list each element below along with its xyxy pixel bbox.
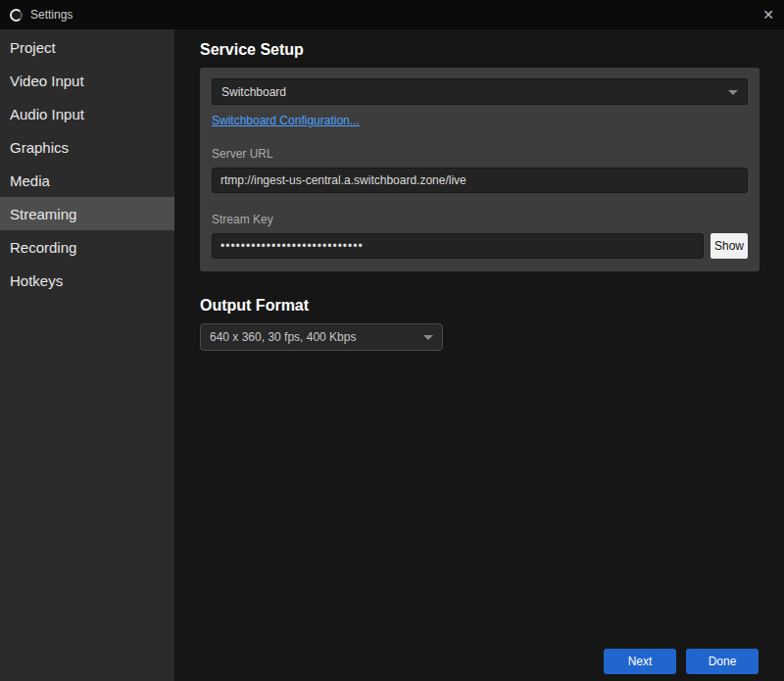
sidebar: Project Video Input Audio Input Graphics… [0, 29, 174, 681]
titlebar: Settings ✕ [0, 0, 784, 29]
output-format-dropdown[interactable]: 640 x 360, 30 fps, 400 Kbps [200, 323, 443, 351]
sidebar-item-recording[interactable]: Recording [0, 230, 174, 264]
close-icon[interactable]: ✕ [747, 7, 774, 23]
stream-key-label: Stream Key [212, 213, 748, 226]
switchboard-configuration-link[interactable]: Switchboard Configuration... [212, 114, 360, 127]
service-dropdown-value: Switchboard [221, 85, 286, 99]
sidebar-item-video-input[interactable]: Video Input [0, 64, 174, 97]
sidebar-item-media[interactable]: Media [0, 164, 174, 197]
service-setup-panel: Switchboard Switchboard Configuration...… [200, 68, 760, 271]
sidebar-item-project[interactable]: Project [0, 30, 174, 64]
output-format-heading: Output Format [200, 297, 760, 315]
sidebar-item-graphics[interactable]: Graphics [0, 130, 174, 164]
app-icon [10, 9, 23, 22]
chevron-down-icon [423, 335, 433, 340]
next-button[interactable]: Next [604, 649, 676, 674]
stream-key-row: Show [212, 226, 748, 259]
sidebar-item-streaming[interactable]: Streaming [0, 197, 174, 230]
window-body: Project Video Input Audio Input Graphics… [0, 29, 784, 681]
output-format-value: 640 x 360, 30 fps, 400 Kbps [210, 330, 356, 344]
chevron-down-icon [728, 90, 738, 95]
sidebar-item-audio-input[interactable]: Audio Input [0, 97, 174, 130]
server-url-label: Server URL [212, 147, 748, 161]
done-button[interactable]: Done [686, 649, 759, 674]
main-content: Service Setup Switchboard Switchboard Co… [174, 29, 784, 681]
server-url-input[interactable] [212, 168, 748, 193]
window-title: Settings [30, 8, 73, 22]
show-button[interactable]: Show [710, 233, 748, 259]
stream-key-input[interactable] [212, 233, 704, 259]
service-dropdown[interactable]: Switchboard [212, 78, 748, 105]
settings-window: Settings ✕ Project Video Input Audio Inp… [0, 0, 784, 681]
sidebar-item-hotkeys[interactable]: Hotkeys [0, 264, 174, 297]
service-setup-heading: Service Setup [200, 41, 760, 59]
footer-buttons: Next Done [604, 649, 759, 674]
